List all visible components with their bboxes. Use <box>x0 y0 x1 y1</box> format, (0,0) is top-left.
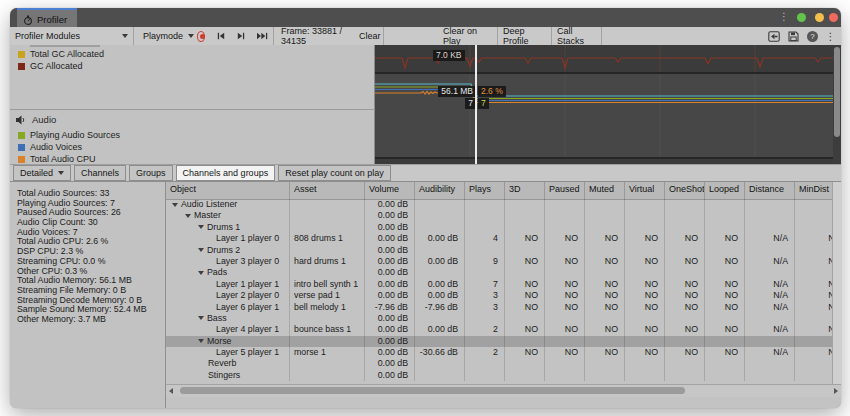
column-header-virtual[interactable]: Virtual <box>625 182 665 199</box>
table-row[interactable]: Layer 3 player 0hard drums 10.00 dB0.00 … <box>166 256 841 267</box>
clear-button[interactable]: Clear <box>354 27 384 45</box>
cell-audibility <box>415 313 465 324</box>
deep-profile-button[interactable]: Deep Profile <box>498 27 552 45</box>
object-label: Layer 5 player 1 <box>216 347 279 358</box>
table-row[interactable]: Layer 1 player 1intro bell synth 10.00 d… <box>166 279 841 290</box>
column-header-oneshot[interactable]: OneShot <box>665 182 705 199</box>
scroll-left-arrow[interactable] <box>169 388 173 394</box>
object-label: Drums 1 <box>207 222 240 233</box>
column-header-paused[interactable]: Paused <box>545 182 585 199</box>
expand-arrow-icon[interactable] <box>198 339 204 343</box>
table-row[interactable]: Layer 1 player 0808 drums 10.00 dB0.00 d… <box>166 233 841 244</box>
table-row[interactable]: Morse0.00 dB <box>166 336 841 347</box>
expand-arrow-icon[interactable] <box>172 203 178 207</box>
cell-looped <box>705 358 745 369</box>
expand-arrow-icon[interactable] <box>198 271 204 275</box>
column-header-object[interactable]: Object <box>166 182 290 199</box>
column-header-distance[interactable]: Distance <box>745 182 795 199</box>
expand-arrow-icon[interactable] <box>198 225 204 229</box>
window-button-yellow[interactable] <box>815 13 824 22</box>
call-stacks-button[interactable]: Call Stacks <box>552 27 602 45</box>
cell-oneshot <box>665 370 705 381</box>
table-row[interactable]: Layer 4 player 1bounce bass 10.00 dB0.00… <box>166 324 841 335</box>
cell-virtual <box>625 210 665 221</box>
cell-distance: N/A <box>745 324 795 335</box>
legend-item-total-gc-allocated[interactable]: Total GC Allocated <box>10 48 374 60</box>
window-button-green[interactable] <box>797 13 806 22</box>
column-header-looped[interactable]: Looped <box>705 182 745 199</box>
titlebar-menu-icon[interactable]: ⋮ <box>779 11 789 22</box>
playmode-dropdown[interactable]: Playmode <box>138 27 188 45</box>
table-row[interactable]: Master0.00 dB <box>166 210 841 221</box>
column-header-3d[interactable]: 3D <box>505 182 545 199</box>
table-row[interactable]: Layer 6 player 1bell melody 1-7.96 dB-7.… <box>166 302 841 313</box>
cell-object: Bass <box>166 313 290 324</box>
chart-area[interactable]: 7.0 KB 56.1 MB 2.6 % 7 7 <box>375 45 841 164</box>
tab-groups[interactable]: Groups <box>129 165 173 181</box>
cell-distance: N/A <box>745 290 795 301</box>
table-row[interactable]: Drums 20.00 dB <box>166 245 841 256</box>
cell-oneshot <box>665 267 705 278</box>
cell-oneshot: NO <box>665 324 705 335</box>
clear-on-play-button[interactable]: Clear on Play <box>438 27 498 45</box>
expand-arrow-icon[interactable] <box>198 316 204 320</box>
table-row[interactable]: Audio Listener0.00 dB <box>166 199 841 210</box>
column-header-audibility[interactable]: Audibility <box>415 182 465 199</box>
table-row[interactable]: Bass0.00 dB <box>166 313 841 324</box>
expand-arrow-icon[interactable] <box>198 248 204 252</box>
cell-plays <box>465 222 505 233</box>
table-row[interactable]: Layer 5 player 1morse 10.00 dB-30.66 dB2… <box>166 347 841 358</box>
memory-chart[interactable]: 7.0 KB <box>375 45 841 72</box>
horizontal-scrollbar[interactable] <box>166 384 841 397</box>
save-profile-button[interactable] <box>786 29 801 43</box>
cell-audibility <box>415 245 465 256</box>
chart-vertical-scrollbar[interactable] <box>833 45 841 164</box>
audio-chart[interactable]: 56.1 MB 2.6 % 7 7 <box>375 74 841 157</box>
legend-item-gc-allocated[interactable]: GC Allocated <box>10 60 374 72</box>
table-row[interactable]: Stingers0.00 dB <box>166 370 841 381</box>
tab-channels[interactable]: Channels <box>74 165 126 181</box>
legend-item-playing-audio-sources[interactable]: Playing Audio Sources <box>10 129 374 141</box>
toolbar-menu-button[interactable]: ⋮ <box>823 29 838 43</box>
table-row[interactable]: Drums 10.00 dB <box>166 222 841 233</box>
previous-frame-button[interactable] <box>212 27 230 45</box>
next-frame-button[interactable] <box>232 27 250 45</box>
profiler-tab[interactable]: Profiler <box>17 8 77 29</box>
cell-distance <box>745 313 795 324</box>
column-header-muted[interactable]: Muted <box>585 182 625 199</box>
cell-audibility <box>415 199 465 210</box>
cell-distance <box>745 370 795 381</box>
table-row[interactable]: Reverb0.00 dB <box>166 358 841 369</box>
record-button[interactable] <box>192 27 210 45</box>
help-button[interactable]: ? <box>805 29 820 43</box>
cell-plays: 2 <box>465 324 505 335</box>
reset-play-count-button[interactable]: Reset play count on play <box>278 165 391 181</box>
column-header-plays[interactable]: Plays <box>465 182 505 199</box>
legend-item-audio-voices[interactable]: Audio Voices <box>10 141 374 153</box>
object-label: Master <box>194 210 221 221</box>
window-button-red[interactable] <box>829 13 838 22</box>
current-frame-playhead[interactable] <box>475 45 477 164</box>
table-row[interactable]: Layer 2 player 0verse pad 10.00 dB0.00 d… <box>166 290 841 301</box>
column-header-asset[interactable]: Asset <box>290 182 365 199</box>
cell-virtual: NO <box>625 279 665 290</box>
load-profile-button[interactable] <box>766 29 781 43</box>
chart-scrollbar-thumb[interactable] <box>834 47 840 137</box>
current-frame-button[interactable] <box>252 27 274 45</box>
cell-audibility: 0.00 dB <box>415 324 465 335</box>
audio-module-header[interactable]: Audio <box>16 114 56 125</box>
tab-channels-and-groups[interactable]: Channels and groups <box>176 165 276 181</box>
legend-item-total-audio-cpu[interactable]: Total Audio CPU <box>10 153 374 164</box>
expand-arrow-icon[interactable] <box>185 214 191 218</box>
cell-virtual <box>625 267 665 278</box>
audio-voices-value-label: 7 <box>478 98 489 109</box>
column-header-volume[interactable]: Volume <box>365 182 415 199</box>
table-vertical-scrollbar[interactable] <box>832 182 841 384</box>
cell-d3 <box>505 245 545 256</box>
table-row[interactable]: Pads0.00 dB <box>166 267 841 278</box>
detailed-dropdown[interactable]: Detailed <box>13 165 71 181</box>
profiler-modules-dropdown[interactable]: Profiler Modules <box>10 27 134 45</box>
cell-volume: 0.00 dB <box>365 233 415 244</box>
scroll-right-arrow[interactable] <box>834 388 838 394</box>
scrollbar-thumb[interactable] <box>180 387 685 394</box>
